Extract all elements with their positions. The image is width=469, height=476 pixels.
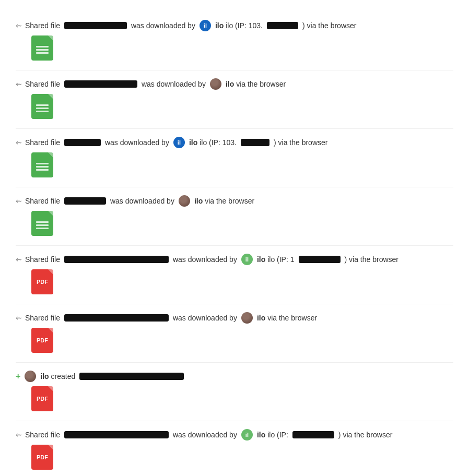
activity-text: ) via the browser [338, 431, 392, 439]
redacted-filename [64, 22, 127, 29]
redacted-filename [64, 80, 137, 88]
redacted-filename [64, 256, 169, 263]
avatar [25, 371, 36, 382]
divider [16, 304, 453, 304]
activity-text: Shared file [25, 255, 60, 264]
activity-item: ⇜Shared file was downloaded by ilo via t… [16, 78, 453, 119]
activity-row: ⇜Shared file was downloaded by ilo via t… [16, 312, 453, 324]
activity-item: ⇜Shared file was downloaded by il ilo il… [16, 137, 453, 177]
redacted-filename [64, 197, 106, 205]
pdf-file-icon: PDF [31, 328, 53, 353]
activity-row: ⇜Shared file was downloaded by il ilo il… [16, 429, 453, 441]
activity-item: ⇜Shared file was downloaded by il ilo il… [16, 20, 453, 61]
activity-item: ⇜Shared file was downloaded by il ilo il… [16, 254, 453, 294]
activity-item: ⇜Shared file was downloaded by ilo via t… [16, 312, 453, 353]
pdf-file-icon: PDF [31, 386, 53, 411]
activity-text: ilo ilo (IP: 103. [189, 138, 237, 147]
activity-item: +ilo created PDF [16, 371, 453, 411]
activity-text: Shared file [25, 80, 60, 88]
plus-icon: + [16, 372, 20, 381]
activity-text: ilo via the browser [194, 197, 254, 205]
redacted-filename [64, 431, 169, 438]
activity-text: was downloaded by [142, 80, 206, 88]
activity-text: ilo via the browser [226, 80, 286, 88]
activity-text: ilo ilo (IP: [257, 431, 288, 439]
activity-row: ⇜Shared file was downloaded by il ilo il… [16, 137, 453, 148]
activities-container: ⇜Shared file was downloaded by il ilo il… [16, 20, 453, 470]
activity-item: ⇜Shared file was downloaded by ilo via t… [16, 195, 453, 236]
avatar [179, 195, 190, 207]
avatar [210, 78, 221, 90]
redacted-ip [241, 139, 269, 146]
activity-row: ⇜Shared file was downloaded by il ilo il… [16, 254, 453, 265]
activity-text: ilo via the browser [257, 314, 317, 322]
activity-row: +ilo created [16, 371, 453, 382]
spreadsheet-file-icon [31, 152, 53, 177]
activity-text: ilo ilo (IP: 1 [257, 255, 295, 264]
activity-text: ) via the browser [345, 255, 398, 264]
share-icon: ⇜ [16, 21, 22, 30]
share-icon: ⇜ [16, 314, 22, 322]
redacted-filename [64, 139, 101, 146]
divider [16, 245, 453, 246]
share-icon: ⇜ [16, 431, 22, 439]
activity-text: was downloaded by [105, 138, 169, 147]
divider [16, 128, 453, 129]
activity-text: Shared file [25, 197, 60, 205]
activity-text: was downloaded by [173, 431, 237, 439]
spreadsheet-file-icon [31, 211, 53, 236]
activity-item: ⇜Shared file was downloaded by il ilo il… [16, 429, 453, 470]
avatar: il [200, 20, 211, 31]
divider [16, 362, 453, 363]
avatar: il [173, 137, 185, 148]
pdf-file-icon: PDF [31, 445, 53, 470]
activity-text: Shared file [25, 21, 60, 30]
divider [16, 187, 453, 187]
avatar: il [241, 254, 253, 265]
share-icon: ⇜ [16, 255, 22, 264]
divider [16, 421, 453, 421]
activity-text: ilo ilo (IP: 103. [215, 21, 263, 30]
pdf-file-icon: PDF [31, 269, 53, 294]
activity-row: ⇜Shared file was downloaded by ilo via t… [16, 78, 453, 90]
share-icon: ⇜ [16, 197, 22, 205]
avatar: il [241, 429, 253, 441]
spreadsheet-file-icon [31, 35, 53, 61]
activity-text: ilo created [40, 372, 75, 380]
avatar [241, 312, 253, 324]
activity-text: was downloaded by [173, 314, 237, 322]
redacted-filename [64, 314, 169, 322]
activity-row: ⇜Shared file was downloaded by ilo via t… [16, 195, 453, 207]
activity-row: ⇜Shared file was downloaded by il ilo il… [16, 20, 453, 31]
spreadsheet-file-icon [31, 94, 53, 119]
activity-text: Shared file [25, 314, 60, 322]
redacted-ip [292, 431, 334, 438]
activity-text: was downloaded by [173, 255, 237, 264]
share-icon: ⇜ [16, 138, 22, 147]
redacted-ip [267, 22, 298, 29]
activity-text: was downloaded by [131, 21, 195, 30]
share-icon: ⇜ [16, 80, 22, 88]
divider [16, 70, 453, 70]
redacted-filename [79, 373, 184, 380]
activity-text: ) via the browser [302, 21, 356, 30]
activity-text: Shared file [25, 431, 60, 439]
activity-text: Shared file [25, 138, 60, 147]
redacted-ip [299, 256, 341, 263]
activity-text: was downloaded by [110, 197, 174, 205]
activity-text: ) via the browser [274, 138, 327, 147]
